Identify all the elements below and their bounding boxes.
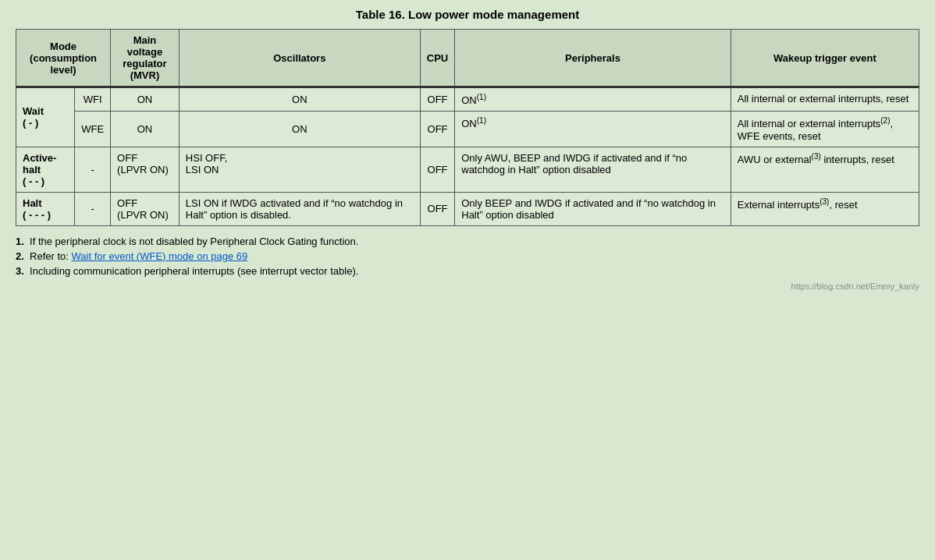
mode-cell-wait: Wait( - ) <box>16 87 75 147</box>
cpu-active-halt: OFF <box>420 147 454 192</box>
periph-wfe: ON(1) <box>455 112 731 147</box>
wakeup-halt: External interrupts(3), reset <box>731 192 919 225</box>
col-wakeup-header: Wakeup trigger event <box>731 30 919 87</box>
mvr-active-halt: OFF(LPVR ON) <box>111 147 180 192</box>
col-osc-header: Oscillators <box>179 30 420 87</box>
osc-wfe: ON <box>179 112 420 147</box>
wakeup-active-halt: AWU or external(3) interrupts, reset <box>731 147 919 192</box>
submode-halt: - <box>75 192 111 225</box>
table-row: Wait( - ) WFI ON ON OFF ON(1) All intern… <box>16 87 919 112</box>
mvr-wfe: ON <box>111 112 180 147</box>
table-row: Active-halt( - - ) - OFF(LPVR ON) HSI OF… <box>16 147 919 192</box>
watermark: https://blog.csdn.net/Emmy_kanly <box>16 282 919 291</box>
page-title: Table 16. Low power mode management <box>16 8 919 21</box>
wakeup-wfi: All internal or external interrupts, res… <box>731 87 919 112</box>
main-table: Mode(consumptionlevel) Main voltageregul… <box>16 29 919 226</box>
mvr-halt: OFF(LPVR ON) <box>111 192 180 225</box>
periph-active-halt: Only AWU, BEEP and IWDG if activated and… <box>455 147 731 192</box>
table-row: WFE ON ON OFF ON(1) All internal or exte… <box>16 112 919 147</box>
mvr-wfi: ON <box>111 87 180 112</box>
mode-cell-halt: Halt( - - - ) <box>16 192 75 225</box>
footnote-2-link[interactable]: Wait for event (WFE) mode on page 69 <box>72 250 248 262</box>
footnote-2: 2. Refer to: Wait for event (WFE) mode o… <box>16 250 919 262</box>
footnote-3: 3. Including communication peripheral in… <box>16 265 919 277</box>
submode-wfi: WFI <box>75 87 111 112</box>
col-mode-header: Mode(consumptionlevel) <box>16 30 111 87</box>
submode-active-halt: - <box>75 147 111 192</box>
col-mvr-header: Main voltageregulator(MVR) <box>111 30 180 87</box>
osc-wfi: ON <box>179 87 420 112</box>
periph-halt: Only BEEP and IWDG if activated and if “… <box>455 192 731 225</box>
col-periph-header: Peripherals <box>455 30 731 87</box>
cpu-wfi: OFF <box>420 87 454 112</box>
submode-wfe: WFE <box>75 112 111 147</box>
mode-cell-active-halt: Active-halt( - - ) <box>16 147 75 192</box>
osc-halt: LSI ON if IWDG activated and if “no watc… <box>179 192 420 225</box>
footnotes-section: 1. If the peripheral clock is not disabl… <box>16 236 919 277</box>
cpu-wfe: OFF <box>420 112 454 147</box>
osc-active-halt: HSI OFF,LSI ON <box>179 147 420 192</box>
periph-wfi: ON(1) <box>455 87 731 112</box>
wakeup-wfe: All internal or external interrupts(2), … <box>731 112 919 147</box>
table-row: Halt( - - - ) - OFF(LPVR ON) LSI ON if I… <box>16 192 919 225</box>
col-cpu-header: CPU <box>420 30 454 87</box>
footnote-1: 1. If the peripheral clock is not disabl… <box>16 236 919 247</box>
cpu-halt: OFF <box>420 192 454 225</box>
